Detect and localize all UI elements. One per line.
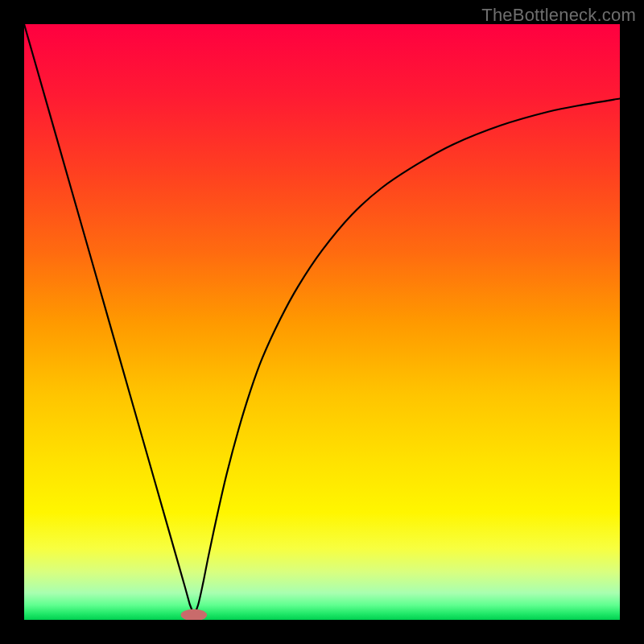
watermark-text: TheBottleneck.com xyxy=(481,5,636,26)
chart-svg xyxy=(24,24,620,620)
plot-area xyxy=(24,24,620,620)
gradient-background xyxy=(24,24,620,620)
chart-frame: TheBottleneck.com xyxy=(0,0,644,644)
